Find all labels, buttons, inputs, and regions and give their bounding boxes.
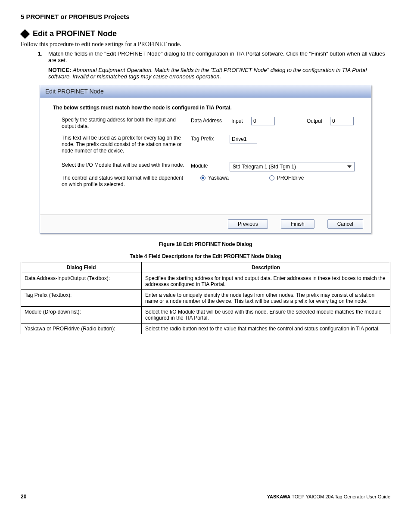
tag-prefix-field[interactable] [230,135,257,143]
module-dropdown[interactable]: Std Telegram 1 (Std Tgm 1) [230,162,355,171]
footer-title: TOEP YAICOM 20A Tag Generator User Guide [290,494,390,499]
yaskawa-radio[interactable]: Yaskawa [200,175,229,181]
module-dropdown-value: Std Telegram 1 (Std Tgm 1) [233,164,296,170]
table-cell-desc: Select the I/O Module that will be used … [142,307,390,324]
output-label: Output [307,118,327,124]
yaskawa-radio-label: Yaskawa [208,175,229,181]
footer-doc: YASKAWA TOEP YAICOM 20A Tag Generator Us… [267,494,390,499]
table-row: Tag Prefix (Textbox): Enter a value to u… [21,290,390,307]
section-title: Edit a PROFINET Node [33,29,117,38]
dialog-title: Edit PROFINET Node [40,85,371,98]
output-address-field[interactable] [330,117,354,125]
table-header-description: Description [142,262,390,273]
input-label: Input [231,118,249,124]
chevron-down-icon [347,165,352,168]
table-header-field: Dialog Field [21,262,142,273]
radio-selected-icon [200,175,206,180]
table-cell-desc: Select the radio button next to the valu… [142,324,390,334]
field-descriptions-table: Dialog Field Description Data Address-In… [21,262,390,334]
figure-caption: Figure 18 Edit PROFINET Node Dialog [21,241,390,247]
data-address-label: Data Address [191,117,230,124]
module-label: Module [191,162,230,169]
notice-body: Abnormal Equipment Operation. Match the … [48,67,367,80]
tag-prefix-desc: This text will be used as a prefix for e… [62,135,191,154]
table-cell-desc: Specifies the starting address for input… [142,273,390,290]
data-address-desc: Specify the starting address for both th… [62,117,191,130]
intro-text: Follow this procedure to edit node setti… [21,41,390,48]
footer-brand: YASKAWA [267,494,291,499]
table-row: Yaskawa or PROFIdrive (Radio button): Se… [21,324,390,334]
profidrive-radio[interactable]: PROFIdrive [269,175,304,181]
table-caption: Table 4 Field Descriptions for the Edit … [21,253,390,259]
table-row: Module (Drop-down list): Select the I/O … [21,307,390,324]
cancel-button[interactable]: Cancel [327,219,363,229]
finish-button[interactable]: Finish [281,219,314,229]
tag-prefix-label: Tag Prefix [191,135,230,142]
previous-button[interactable]: Previous [228,219,268,229]
notice-label: NOTICE: [48,67,71,73]
step-text: Match the fields in the "Edit PROFINET N… [48,50,390,63]
diamond-bullet-icon [20,29,30,39]
table-cell-field: Yaskawa or PROFIdrive (Radio button): [21,324,142,334]
page-header: 5 PROFINET or PROFIBUS Projects [21,13,390,23]
radio-unselected-icon [269,175,274,180]
table-cell-field: Module (Drop-down list): [21,307,142,324]
profile-desc: The control and status word format will … [62,175,191,188]
table-cell-field: Tag Prefix (Textbox): [21,290,142,307]
table-cell-field: Data Address-Input/Output (Textbox): [21,273,142,290]
table-cell-desc: Enter a value to uniquely identify the n… [142,290,390,307]
module-desc: Select the I/O Module that will be used … [62,162,191,168]
page-number: 20 [21,494,26,500]
notice: NOTICE: Abnormal Equipment Operation. Ma… [48,67,390,80]
profidrive-radio-label: PROFIdrive [277,175,304,181]
edit-profinet-node-dialog: Edit PROFINET Node The below settings mu… [40,85,371,233]
dialog-instruction: The below settings must match how the no… [53,105,362,111]
input-address-field[interactable] [251,117,275,125]
step-number: 1. [38,50,45,63]
table-row: Data Address-Input/Output (Textbox): Spe… [21,273,390,290]
